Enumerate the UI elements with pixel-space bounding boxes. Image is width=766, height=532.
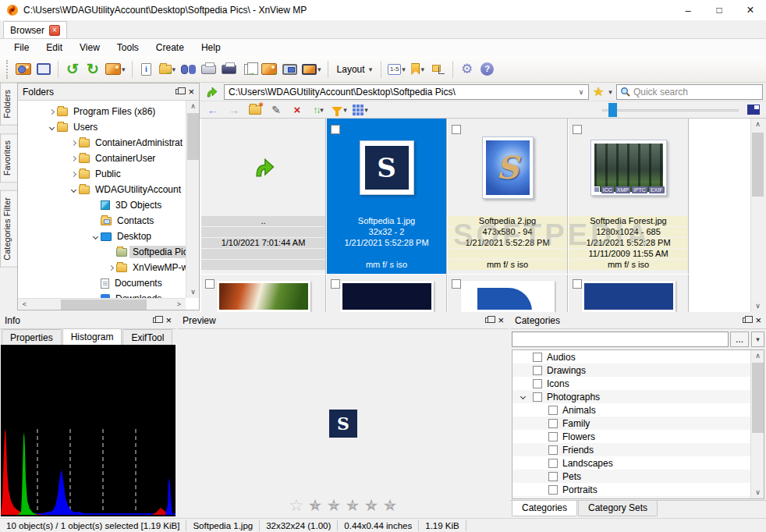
checkbox[interactable] [548,406,558,415]
rating-star-4[interactable]: 4 [363,497,380,514]
float-panel-icon[interactable] [743,317,749,323]
thumbnail-checkbox[interactable] [331,279,340,289]
thumbnail-cell-row2-2[interactable] [327,275,447,312]
batch-convert-button[interactable] [239,59,259,80]
category-flowers[interactable]: Flowers [512,430,764,443]
category-filter-input[interactable] [512,332,729,347]
quick-search-input[interactable] [633,87,759,98]
thumbnail-cell-row2-4[interactable] [569,275,689,312]
thumbnail-cell-parent[interactable]: .. 1/10/2021 7:01:44 AM [201,119,326,274]
tree-item-documents[interactable]: Documents [18,275,186,291]
rating-star-2[interactable]: 2 [325,497,342,514]
slider-track[interactable] [602,109,739,112]
softpedia2-thumb[interactable]: S [448,119,567,216]
expand-icon[interactable] [68,141,79,145]
category-audios[interactable]: Audios [512,350,764,364]
scroll-left-icon[interactable] [18,299,31,310]
maximize-button[interactable] [704,0,735,20]
batch-rename-button[interactable] [259,59,279,80]
layout-dropdown-button[interactable]: Layout [332,59,378,80]
path-input[interactable] [225,87,574,98]
folders-horizontal-scrollbar[interactable] [18,298,186,310]
scrollbar-thumb[interactable] [61,300,147,310]
rename-button[interactable] [266,102,286,118]
scroll-right-icon[interactable] [172,299,186,310]
rotate-right-button[interactable] [83,59,103,80]
rotate-left-button[interactable] [62,59,83,80]
category-portraits[interactable]: Portraits [512,483,764,496]
thumbnail-labels-button[interactable] [385,59,408,80]
fullscreen-button[interactable] [34,59,54,80]
tree-item-program-files[interactable]: Program Files (x86) [18,104,186,119]
browser-vertical-scrollbar[interactable] [750,119,764,312]
tree-item-containeruser[interactable]: ContainerUser [18,151,186,166]
category-friends[interactable]: Friends [512,443,764,456]
tree-item-xnviewmp[interactable]: XnViewMP-w [18,260,186,275]
tree-item-contacts[interactable]: Contacts [18,213,186,229]
new-folder-button[interactable] [245,102,265,118]
expand-icon[interactable] [68,157,79,161]
slideshow-button[interactable] [300,59,324,80]
rating-star-5[interactable]: 5 [381,497,399,514]
scan-button[interactable] [218,59,239,80]
rating-star-1[interactable]: 1 [307,497,324,514]
menu-item-tools[interactable]: Tools [109,41,147,55]
tree-item-users[interactable]: Users [18,119,186,135]
tab-browser[interactable]: Browser [3,21,67,38]
tree-item-containeradministrator[interactable]: ContainerAdministrat [18,135,186,151]
menu-item-help[interactable]: Help [193,41,229,55]
tab-close-icon[interactable] [49,25,60,36]
category-drawings[interactable]: Drawings [512,364,764,377]
chevron-down-icon[interactable] [574,88,588,96]
close-panel-icon[interactable] [165,314,172,326]
side-tab-favorites[interactable]: Favorites [0,133,17,183]
quick-search-box[interactable] [616,84,763,100]
tree-item-downloads[interactable]: Downloads [18,291,186,298]
tree-item-public[interactable]: Public [18,166,186,182]
checkbox[interactable] [548,459,558,468]
view-image-button[interactable] [13,59,34,80]
softpedia1-thumb[interactable]: S [327,119,446,216]
sort-button[interactable] [308,102,328,118]
favorites-star-icon[interactable] [593,86,604,98]
collapse-icon[interactable] [90,235,101,239]
checkbox[interactable] [548,445,558,455]
delete-button[interactable] [287,102,307,118]
tab-category-sets[interactable]: Category Sets [578,501,658,516]
scroll-down-icon[interactable] [751,487,764,498]
minimize-button[interactable] [672,0,704,20]
categories-vertical-scrollbar[interactable] [750,350,764,498]
thumbnail-checkbox[interactable] [573,279,582,289]
go-up-button[interactable] [203,84,220,100]
print-button[interactable] [198,59,218,80]
collapse-icon[interactable] [68,188,79,192]
forward-button[interactable] [224,102,244,118]
settings-button[interactable] [457,59,477,80]
category-icons[interactable]: Icons [512,377,764,390]
thumbnail-cell-softpedia1[interactable]: S Softpedia 1.jpg 32x32 - 2 1/21/2021 5:… [327,119,447,274]
scroll-up-icon[interactable] [751,350,764,362]
expand-icon[interactable] [46,110,57,114]
slideshow-dropdown-icon[interactable] [317,66,321,73]
filter-button[interactable] [329,102,349,118]
tab-properties[interactable]: Properties [2,329,62,345]
convert-button[interactable] [103,59,128,80]
rating-star-clear[interactable] [288,497,305,514]
scrollbar-thumb[interactable] [187,113,199,160]
properties-button[interactable] [137,59,157,80]
folders-vertical-scrollbar[interactable] [186,101,199,298]
close-panel-icon[interactable] [498,314,504,326]
thumbnail-cell-row2-3[interactable] [448,275,568,312]
convert-dropdown-icon[interactable] [122,66,126,73]
collapse-icon[interactable] [517,395,528,399]
white-blue-image[interactable] [461,281,555,312]
tree-item-desktop[interactable]: Desktop [18,229,186,244]
scroll-up-icon[interactable] [751,119,764,130]
thumbnail-cell-softpedia-forest[interactable]: ICC XMP IPTC EXIF Softpedia Forest.jpg 1… [569,119,689,274]
close-button[interactable] [735,0,766,20]
sort-dropdown-icon[interactable] [320,106,324,114]
expand-icon[interactable] [68,172,79,176]
checkbox[interactable] [533,366,542,375]
bookmarks-dropdown-icon[interactable] [420,66,424,73]
tree-item-3d-objects[interactable]: 3D Objects [18,197,186,213]
